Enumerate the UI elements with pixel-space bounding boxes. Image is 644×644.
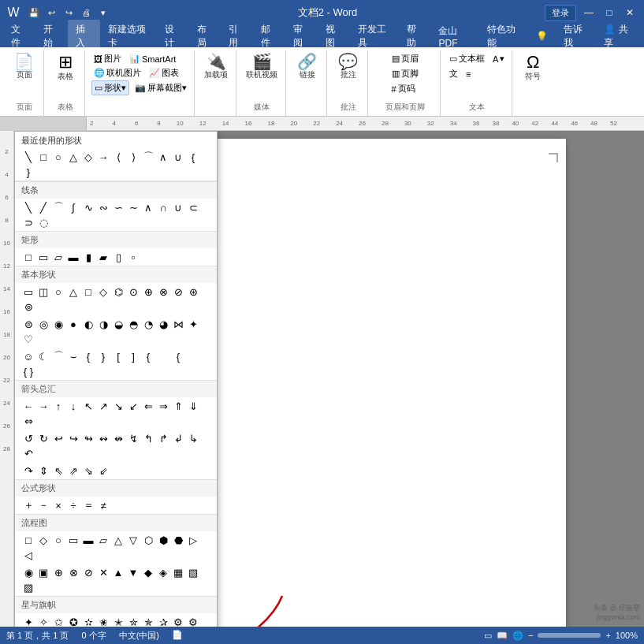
recent-shape-arrow[interactable]: →: [96, 150, 110, 164]
shape-arrow31[interactable]: ⇘: [81, 463, 95, 478]
shape-arrow11[interactable]: ⇑: [171, 399, 185, 413]
shape-basic1[interactable]: ▭: [21, 285, 35, 299]
shape-flow19[interactable]: ✕: [96, 565, 110, 579]
shape-arrow15[interactable]: ↻: [36, 431, 50, 445]
shape-rect1[interactable]: □: [21, 250, 35, 264]
menu-help[interactable]: 帮助: [399, 20, 431, 53]
shape-star1[interactable]: ✦: [21, 615, 35, 627]
shape-flow3[interactable]: ○: [51, 533, 65, 547]
shape-arrow28[interactable]: ⇕: [36, 463, 50, 478]
menu-insert[interactable]: 插入: [68, 20, 100, 53]
shape-arrow32[interactable]: ⇙: [96, 463, 110, 478]
shape-basic6[interactable]: ◇: [96, 285, 110, 299]
shape-flow4[interactable]: ▭: [66, 533, 80, 547]
picture-btn[interactable]: 🖼 图片: [91, 52, 124, 65]
online-picture-btn[interactable]: 🌐 联机图片: [91, 66, 143, 80]
shape-flow20[interactable]: ▲: [111, 565, 125, 579]
shape-curve2[interactable]: ∫: [66, 200, 80, 214]
shape-basic38[interactable]: [186, 349, 200, 363]
textlines-btn[interactable]: ≡: [463, 67, 473, 80]
chart-btn[interactable]: 📈 图表: [147, 66, 181, 80]
shape-arrow3[interactable]: ↑: [51, 399, 65, 413]
shape-arrow18[interactable]: ↬: [81, 431, 95, 445]
shape-arrow25[interactable]: ↳: [186, 431, 200, 445]
shape-flow11[interactable]: ⬣: [171, 533, 185, 547]
menu-tellme[interactable]: 告诉我: [556, 20, 596, 53]
shape-star8[interactable]: ✮: [126, 615, 140, 627]
shape-arrow20[interactable]: ↮: [111, 431, 125, 445]
shape-arrow17[interactable]: ↪: [66, 431, 80, 445]
shape-basic20[interactable]: ◒: [111, 317, 125, 331]
menu-special[interactable]: 特色功能: [479, 20, 528, 53]
footer-btn[interactable]: ▥页脚: [389, 67, 421, 80]
menu-devtools[interactable]: 开发工具: [350, 20, 399, 53]
print-quick-btn[interactable]: 🖨: [79, 6, 93, 20]
shape-basic2[interactable]: ◫: [36, 285, 50, 299]
recent-shape-triangle[interactable]: △: [66, 150, 80, 164]
minimize-button[interactable]: —: [581, 5, 597, 20]
shape-flow10[interactable]: ⬢: [156, 533, 170, 547]
shape-basic7[interactable]: ⌬: [111, 285, 125, 299]
shape-basic29[interactable]: ⌒: [51, 349, 65, 363]
menu-file[interactable]: 文件: [3, 20, 35, 53]
droptext-btn[interactable]: 文: [447, 67, 460, 80]
shape-flow26[interactable]: ▨: [21, 580, 35, 594]
shape-wave2[interactable]: ∾: [96, 200, 110, 214]
shape-arrow8[interactable]: ↙: [126, 399, 140, 413]
recent-shape-brace2[interactable]: }: [21, 165, 35, 179]
shape-flow14[interactable]: ◉: [21, 565, 35, 579]
shape-arrow2[interactable]: →: [36, 399, 50, 413]
pagenumber-btn[interactable]: #页码: [389, 82, 418, 95]
shape-flow9[interactable]: ⬡: [141, 533, 155, 547]
menu-share[interactable]: 👤 共享: [596, 20, 641, 53]
shape-star10[interactable]: ✰: [156, 615, 170, 627]
shape-arrow21[interactable]: ↯: [126, 431, 140, 445]
shape-basic21[interactable]: ◓: [126, 317, 140, 331]
shape-arrow7[interactable]: ↘: [111, 399, 125, 413]
shape-basic18[interactable]: ◐: [81, 317, 95, 331]
shape-star6[interactable]: ✬: [96, 615, 110, 627]
shape-arrow16[interactable]: ↩: [51, 431, 65, 445]
shape-flow15[interactable]: ▣: [36, 565, 50, 579]
shape-rect6[interactable]: ▰: [96, 250, 110, 264]
close-button[interactable]: ✕: [622, 5, 638, 20]
redo-quick-btn[interactable]: ↪: [61, 6, 76, 20]
shape-flow2[interactable]: ◇: [36, 533, 50, 547]
shape-arrow30[interactable]: ⇗: [66, 463, 80, 478]
comment-btn[interactable]: 💬 批注: [334, 52, 363, 82]
shape-basic16[interactable]: ◉: [51, 317, 65, 331]
shape-basic11[interactable]: ⊘: [171, 285, 185, 299]
recent-shape-rect[interactable]: □: [36, 150, 50, 164]
recent-shape-brace1[interactable]: {: [186, 150, 200, 164]
link-btn[interactable]: 🔗 链接: [293, 52, 322, 82]
shape-arrow27[interactable]: ↷: [21, 463, 35, 478]
menu-references[interactable]: 引用: [221, 20, 253, 53]
zoom-slider[interactable]: [538, 633, 601, 638]
menu-view[interactable]: 视图: [318, 20, 350, 53]
recent-shape-angle2[interactable]: ⟩: [126, 150, 140, 164]
shape-rect5[interactable]: ▮: [81, 250, 95, 264]
shape-star7[interactable]: ✭: [111, 615, 125, 627]
menu-kspdf[interactable]: 金山PDF: [430, 21, 479, 52]
symbol-btn[interactable]: Ω 符号: [519, 52, 547, 84]
shape-basic12[interactable]: ⊛: [186, 285, 200, 299]
smartart-btn[interactable]: 📊 SmartArt: [127, 52, 178, 65]
shape-basic30[interactable]: ⌣: [66, 349, 80, 363]
shape-formula1[interactable]: ＋: [21, 498, 35, 512]
shape-flow23[interactable]: ◈: [156, 565, 170, 579]
shape-basic17[interactable]: ●: [66, 317, 80, 331]
recent-shape-circle[interactable]: ○: [51, 150, 65, 164]
recent-shape-diamond[interactable]: ◇: [81, 150, 95, 164]
save-quick-btn[interactable]: 💾: [27, 6, 41, 20]
shape-arrow14[interactable]: ↺: [21, 431, 35, 445]
shape-rect8[interactable]: ▫: [126, 250, 140, 264]
shape-tilde1[interactable]: ∽: [111, 200, 125, 214]
shape-flow21[interactable]: ▼: [126, 565, 140, 579]
shape-star4[interactable]: ✪: [66, 615, 80, 627]
shape-flow25[interactable]: ▧: [186, 565, 200, 579]
zoom-out-btn[interactable]: −: [528, 631, 533, 640]
shape-arrow12[interactable]: ⇓: [186, 399, 200, 413]
shape-cup[interactable]: ∪: [171, 200, 185, 214]
shape-flow13[interactable]: ◁: [21, 548, 35, 562]
view-normal-icon[interactable]: ▭: [484, 631, 492, 641]
